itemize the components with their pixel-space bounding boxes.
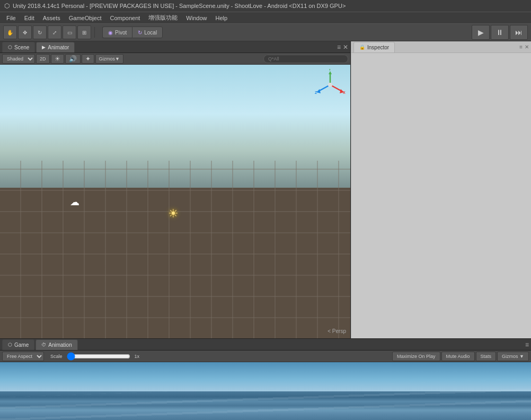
menu-component[interactable]: Component — [105, 14, 144, 22]
pivot-button[interactable]: ◉ Pivot — [102, 27, 132, 38]
local-button[interactable]: ↻ Local — [132, 27, 163, 38]
2d-button[interactable]: 2D — [36, 54, 50, 64]
stats-button[interactable]: Stats — [476, 352, 497, 361]
scene-viewport[interactable]: ☀ ☁ < Persp — [0, 65, 350, 338]
scale-slider[interactable] — [67, 352, 130, 361]
inspector-actions: ≡ ✕ — [519, 44, 529, 50]
multi-tool-button[interactable]: ⊞ — [77, 25, 91, 39]
scene-panel: ⬡ Scene ▶ Animator ≡ ✕ Shaded 2D ☀ 🔊 — [0, 41, 351, 338]
game-tab[interactable]: ⬡ Game — [2, 339, 34, 350]
svg-text:Z: Z — [315, 91, 317, 94]
play-button[interactable]: ▶ — [472, 25, 490, 40]
svg-text:Y: Y — [329, 69, 331, 71]
scene-tab[interactable]: ⬡ Scene — [2, 42, 35, 52]
scene-panel-close-icon[interactable]: ✕ — [343, 43, 348, 51]
scene-panel-actions: ≡ ✕ — [337, 43, 348, 51]
inspector-body — [351, 53, 531, 338]
svg-point-9 — [328, 83, 332, 87]
move-tool-button[interactable]: ✥ — [18, 25, 32, 39]
animation-tab-label: Animation — [48, 342, 72, 348]
scene-grid — [0, 161, 350, 338]
inspector-menu-icon[interactable]: ≡ — [519, 44, 523, 50]
inspector-close-icon[interactable]: ✕ — [525, 44, 529, 50]
inspector-lock-icon: 🔒 — [359, 45, 365, 50]
sun-object: ☀ — [168, 207, 183, 222]
scene-audio-button[interactable]: 🔊 — [65, 54, 81, 64]
inspector-tab[interactable]: 🔒 Inspector — [353, 42, 395, 52]
pause-button[interactable]: ⏸ — [491, 25, 509, 40]
scene-tab-icon: ⬡ — [8, 45, 12, 50]
scene-fx-button[interactable]: ✦ — [82, 54, 94, 64]
hand-tool-button[interactable]: ✋ — [3, 25, 17, 39]
title-bar: ⬡ Unity 2018.4.14c1 Personal - [PREVIEW … — [0, 0, 531, 12]
game-tab-icon: ⬡ — [8, 342, 12, 347]
game-right-buttons: Maximize On Play Mute Audio Stats Gizmos… — [392, 352, 529, 361]
svg-text:X: X — [343, 91, 346, 94]
animator-tab[interactable]: ▶ Animator — [36, 42, 75, 52]
scale-value: 1x — [135, 354, 140, 359]
aspect-select[interactable]: Free Aspect — [2, 352, 44, 361]
menu-window[interactable]: Window — [182, 14, 211, 22]
menu-enhanced[interactable]: 增强版功能 — [144, 13, 182, 23]
animation-tab-icon: ⏱ — [41, 342, 46, 347]
unity-logo: ⬡ — [4, 2, 10, 10]
step-button[interactable]: ⏭ — [510, 25, 528, 40]
maximize-on-play-button[interactable]: Maximize On Play — [392, 352, 440, 361]
animation-tab[interactable]: ⏱ Animation — [36, 339, 77, 350]
scene-light-button[interactable]: ☀ — [51, 54, 64, 64]
gizmos-game-button[interactable]: Gizmos ▼ — [497, 352, 529, 361]
scale-tool-button[interactable]: ⤢ — [48, 25, 61, 39]
scene-gizmo: Y X Z — [314, 69, 346, 101]
lower-panel-menu-icon[interactable]: ≡ — [525, 341, 529, 348]
inspector-tab-bar: 🔒 Inspector ≡ ✕ — [351, 41, 531, 53]
svg-marker-1 — [329, 71, 332, 74]
game-viewport[interactable] — [0, 362, 531, 420]
menu-edit[interactable]: Edit — [20, 14, 39, 22]
lower-panel-actions: ≡ — [525, 341, 529, 348]
menu-help[interactable]: Help — [211, 14, 232, 22]
main-toolbar: ✋ ✥ ↻ ⤢ ▭ ⊞ ◉ Pivot ↻ Local ▶ ⏸ ⏭ — [0, 23, 531, 41]
game-toolbar: Free Aspect Scale 1x Maximize On Play Mu… — [0, 351, 531, 362]
menu-assets[interactable]: Assets — [39, 14, 65, 22]
game-tab-label: Game — [14, 342, 29, 348]
scale-label: Scale — [50, 354, 63, 359]
mute-audio-button[interactable]: Mute Audio — [441, 352, 475, 361]
scene-search-input[interactable] — [263, 55, 348, 63]
menu-gameobject[interactable]: GameObject — [65, 14, 106, 22]
perspective-label: < Persp — [328, 328, 346, 334]
rect-tool-button[interactable]: ▭ — [63, 25, 76, 39]
main-content: ⬡ Scene ▶ Animator ≡ ✕ Shaded 2D ☀ 🔊 — [0, 41, 531, 420]
scene-toolbar: Shaded 2D ☀ 🔊 ✦ Gizmos ▼ — [0, 53, 350, 65]
scene-tab-label: Scene — [14, 45, 29, 50]
play-controls: ▶ ⏸ ⏭ — [472, 25, 528, 40]
rotate-tool-button[interactable]: ↻ — [33, 25, 47, 39]
menu-bar: File Edit Assets GameObject Component 增强… — [0, 12, 531, 23]
cloud-object: ☁ — [70, 196, 79, 208]
animator-tab-label: Animator — [48, 45, 69, 50]
inspector-tab-label: Inspector — [367, 45, 389, 50]
scene-tab-bar: ⬡ Scene ▶ Animator ≡ ✕ — [0, 41, 350, 53]
scene-panel-menu-icon[interactable]: ≡ — [337, 43, 341, 51]
shading-select[interactable]: Shaded — [2, 54, 35, 64]
menu-file[interactable]: File — [2, 14, 20, 22]
lower-section: ⬡ Game ⏱ Animation ≡ Free Aspect Scale 1… — [0, 338, 531, 420]
animator-tab-icon: ▶ — [42, 45, 46, 50]
title-text: Unity 2018.4.14c1 Personal - [PREVIEW PA… — [13, 3, 346, 9]
lower-tab-bar: ⬡ Game ⏱ Animation ≡ — [0, 339, 531, 351]
gizmos-button[interactable]: Gizmos ▼ — [95, 54, 123, 64]
upper-section: ⬡ Scene ▶ Animator ≡ ✕ Shaded 2D ☀ 🔊 — [0, 41, 531, 338]
toolbar-separator — [94, 27, 95, 38]
pivot-local-group: ◉ Pivot ↻ Local — [102, 27, 163, 38]
inspector-panel: 🔒 Inspector ≡ ✕ — [351, 41, 531, 338]
